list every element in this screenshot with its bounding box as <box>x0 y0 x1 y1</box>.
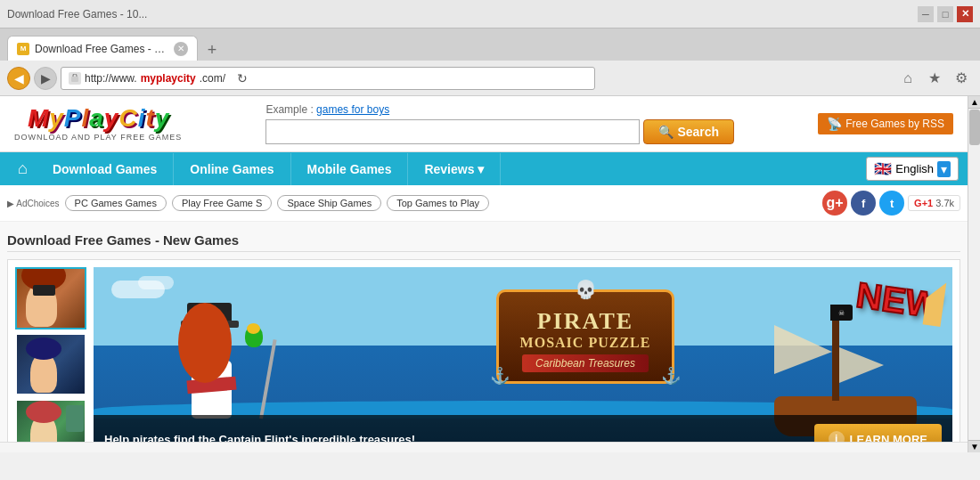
favorites-button[interactable]: ★ <box>923 67 946 90</box>
search-input[interactable] <box>265 119 640 144</box>
back-button[interactable]: ◀ <box>7 67 30 90</box>
ad-choices[interactable]: ▶ AdChoices <box>7 199 60 208</box>
twitter-button[interactable]: t <box>879 191 904 216</box>
cookie-title: Cookie Use <box>14 450 825 452</box>
nav-item-mobile-games[interactable]: Mobile Games <box>291 153 409 185</box>
google-plus-button[interactable]: g+ <box>822 191 847 216</box>
banner-title-area: 💀 PIRATE MOSAIC PUZZLE Caribbean Treasur… <box>298 289 872 384</box>
language-selector[interactable]: 🇬🇧 English ▾ <box>866 157 959 181</box>
scrollbar-up-button[interactable]: ▲ <box>968 96 980 109</box>
facebook-button[interactable]: f <box>851 191 876 216</box>
maximize-button[interactable]: □ <box>937 6 953 22</box>
rss-link[interactable]: 📡 Free Games by RSS <box>818 113 953 134</box>
scrollbar[interactable]: ▲ ▼ <box>968 96 980 452</box>
rss-icon: 📡 <box>827 117 842 131</box>
language-label: English <box>895 162 934 175</box>
search-icon: 🔍 <box>658 125 674 139</box>
settings-button[interactable]: ⚙ <box>950 67 973 90</box>
refresh-button[interactable]: ↻ <box>233 69 252 88</box>
section-title: Download Free Games - New Games <box>7 229 960 252</box>
url-suffix: .com/ <box>200 72 225 85</box>
new-tab-button[interactable]: + <box>201 39 223 61</box>
url-prefix: http://www. <box>85 72 137 85</box>
window-title: Download Free Games - 10... <box>7 8 912 20</box>
search-button[interactable]: 🔍 Search <box>643 119 734 144</box>
logo-tagline: DOWNLOAD AND PLAY FREE GAMES <box>14 133 182 142</box>
tags-bar: ▶ AdChoices PC Games Games Play Free Gam… <box>0 185 968 222</box>
nav-home-button[interactable]: ⌂ <box>9 152 37 185</box>
example-text: Example : games for boys <box>265 103 389 116</box>
language-dropdown-arrow-icon: ▾ <box>937 161 951 177</box>
cookie-banner: Cookie Use We use cookies to ensure that… <box>0 442 968 452</box>
search-area: Example : games for boys 🔍 Search <box>265 103 734 144</box>
game-thumbnails <box>15 267 86 452</box>
close-button[interactable]: ✕ <box>957 6 973 22</box>
scrollbar-thumb[interactable] <box>969 110 980 145</box>
forward-button[interactable]: ▶ <box>34 67 57 90</box>
example-link[interactable]: games for boys <box>316 103 389 116</box>
cookie-ok-button[interactable]: OK <box>908 452 954 453</box>
nav-item-online-games[interactable]: Online Games <box>174 153 290 185</box>
nav-item-reviews[interactable]: Reviews ▾ <box>408 153 501 185</box>
dropdown-arrow-icon: ▾ <box>478 162 484 176</box>
game-banner[interactable]: ☠ 💀 PIRATE MOSAIC PUZZLE <box>94 267 952 452</box>
address-icon <box>69 72 81 85</box>
svg-rect-0 <box>71 77 78 82</box>
tag-space-ship[interactable]: Space Ship Games <box>277 195 381 211</box>
tab-favicon: M <box>17 43 29 55</box>
game-thumb-1[interactable] <box>15 267 86 329</box>
tag-play-free[interactable]: Play Free Game S <box>172 195 272 211</box>
url-domain: myplaycity <box>141 72 196 85</box>
tag-top-games[interactable]: Top Games to Play <box>387 195 489 211</box>
browser-tab[interactable]: M Download Free Games - 10... ✕ <box>7 36 198 61</box>
tab-title: Download Free Games - 10... <box>35 43 168 55</box>
tab-close-button[interactable]: ✕ <box>174 42 188 56</box>
flag-icon: 🇬🇧 <box>874 160 892 177</box>
nav-item-download-games[interactable]: Download Games <box>37 153 174 185</box>
scrollbar-down-button[interactable]: ▼ <box>968 440 980 452</box>
tag-pc-games[interactable]: PC Games Games <box>65 195 167 211</box>
site-logo[interactable]: M y P l a y C i t y DOWNLOAD AND PLAY FR <box>14 106 182 142</box>
nav-menu: ⌂ Download Games Online Games Mobile Gam… <box>0 152 968 185</box>
address-bar[interactable]: http://www.myplaycity.com/ ↻ <box>61 67 595 90</box>
banner-title-line1: PIRATE <box>517 308 654 335</box>
gplus-count: G+1 3.7k <box>908 195 960 211</box>
game-thumb-2[interactable] <box>15 333 86 395</box>
banner-subtitle: Caribbean Treasures <box>522 354 649 372</box>
home-toolbar-button[interactable]: ⌂ <box>896 67 919 90</box>
banner-title-line2: MOSAIC PUZZLE <box>517 335 654 351</box>
minimize-button[interactable]: ─ <box>918 6 934 22</box>
